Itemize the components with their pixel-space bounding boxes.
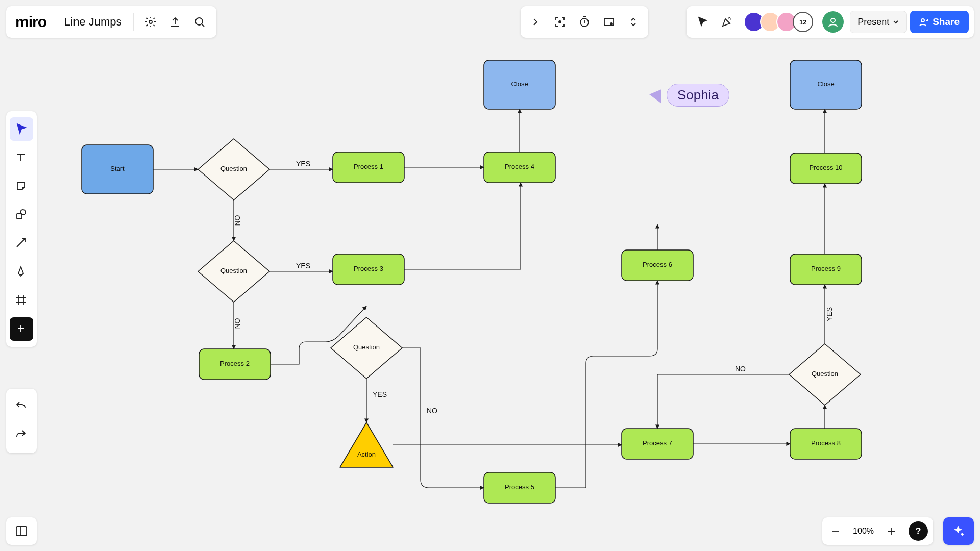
add-tool[interactable] (10, 317, 33, 341)
plus-icon (885, 525, 897, 537)
separator (133, 13, 134, 31)
panels-icon (15, 524, 28, 538)
sticky-note-icon (15, 180, 28, 193)
pen-icon (15, 265, 28, 279)
search-button[interactable] (189, 11, 210, 33)
edge-label: NO (233, 318, 241, 329)
node-label: Question (220, 165, 247, 172)
cursor-button[interactable] (692, 11, 713, 33)
participant-count[interactable]: 12 (793, 12, 813, 32)
frame-tool[interactable] (10, 289, 33, 312)
undo-rail (6, 389, 37, 453)
present-label: Present (857, 17, 889, 28)
chevron-down-icon (892, 18, 899, 26)
svg-point-5 (610, 23, 612, 25)
edge-label: YES (296, 160, 310, 168)
presentation-icon (603, 16, 615, 28)
undo-icon (15, 400, 28, 413)
presenter-avatar[interactable] (822, 11, 844, 33)
frame-icon (15, 294, 28, 307)
party-icon (721, 16, 733, 28)
edge-label: NO (427, 407, 437, 415)
chevrons-icon (627, 16, 640, 28)
select-tool[interactable] (10, 117, 33, 141)
focus-icon (554, 16, 566, 28)
share-label: Share (933, 16, 960, 28)
edge-label: YES (373, 390, 387, 398)
plus-icon (15, 322, 28, 336)
svg-rect-10 (16, 527, 27, 536)
node-label: Process 9 (811, 265, 841, 272)
sparkle-icon (952, 524, 965, 538)
tool-rail (6, 111, 37, 347)
reactions-button[interactable] (716, 11, 738, 33)
edge-label: NO (233, 215, 241, 226)
node-label: Question (812, 370, 838, 378)
panels-button[interactable] (6, 517, 37, 545)
chevron-right-icon (529, 16, 542, 28)
shape-tool[interactable] (10, 203, 33, 227)
node-label: Process 7 (643, 439, 672, 447)
node-label: Process 10 (809, 164, 842, 171)
top-right-toolbar: 12 Present Share (687, 6, 974, 38)
node-label: Process 1 (354, 163, 383, 170)
board-title[interactable]: Line Jumps (64, 15, 122, 29)
participant-avatars[interactable]: 12 (744, 12, 813, 32)
zoom-controls: 100% ? (822, 517, 933, 545)
more-button[interactable] (623, 11, 644, 33)
logo[interactable]: miro (15, 13, 46, 31)
zoom-out-button[interactable] (827, 523, 844, 539)
node-label: Start (110, 165, 125, 172)
zoom-in-button[interactable] (883, 523, 899, 539)
svg-point-7 (921, 19, 924, 22)
edge[interactable] (404, 183, 521, 269)
top-mid-toolbar (521, 6, 648, 38)
ai-button[interactable] (943, 517, 974, 545)
zoom-value[interactable]: 100% (853, 527, 874, 536)
canvas[interactable]: YESNOYESNOYESNONOYES StartQuestionQuesti… (0, 0, 980, 551)
gear-icon (144, 16, 157, 28)
expand-button[interactable] (525, 11, 546, 33)
node-label: Question (353, 343, 380, 351)
svg-point-2 (559, 21, 561, 23)
node-label: Process 8 (811, 439, 841, 447)
settings-button[interactable] (140, 11, 161, 33)
upload-icon (169, 16, 181, 28)
separator (56, 13, 56, 31)
text-tool[interactable] (10, 146, 33, 169)
node-label: Action (357, 450, 376, 458)
line-tool[interactable] (10, 232, 33, 255)
timer-button[interactable] (574, 11, 595, 33)
svg-point-6 (831, 18, 835, 22)
help-button[interactable]: ? (909, 521, 928, 541)
svg-point-9 (20, 210, 26, 215)
person-plus-icon (919, 17, 928, 27)
user-icon (827, 16, 839, 28)
redo-icon (15, 429, 28, 442)
node-label: Close (511, 80, 528, 88)
redo-button[interactable] (10, 423, 33, 447)
node-label: Close (817, 80, 834, 88)
node-label: Process 3 (354, 265, 383, 272)
text-icon (15, 151, 28, 164)
share-button[interactable]: Share (910, 11, 969, 33)
export-button[interactable] (164, 11, 186, 33)
edge[interactable] (657, 374, 789, 429)
node-action[interactable] (340, 422, 393, 467)
sticky-tool[interactable] (10, 174, 33, 198)
edge[interactable] (402, 348, 484, 488)
remote-cursor: Sophia (649, 84, 729, 107)
remote-cursor-name: Sophia (667, 84, 729, 107)
undo-button[interactable] (10, 395, 33, 418)
present-button[interactable]: Present (850, 11, 907, 33)
top-left-toolbar: miro Line Jumps (6, 6, 216, 38)
cursor-icon (696, 16, 708, 28)
node-label: Process 2 (220, 360, 250, 367)
minus-icon (829, 525, 842, 537)
svg-point-1 (195, 18, 203, 25)
node-label: Question (220, 267, 247, 274)
pointer-icon (15, 122, 28, 136)
focus-button[interactable] (549, 11, 571, 33)
slide-button[interactable] (598, 11, 620, 33)
pen-tool[interactable] (10, 260, 33, 284)
